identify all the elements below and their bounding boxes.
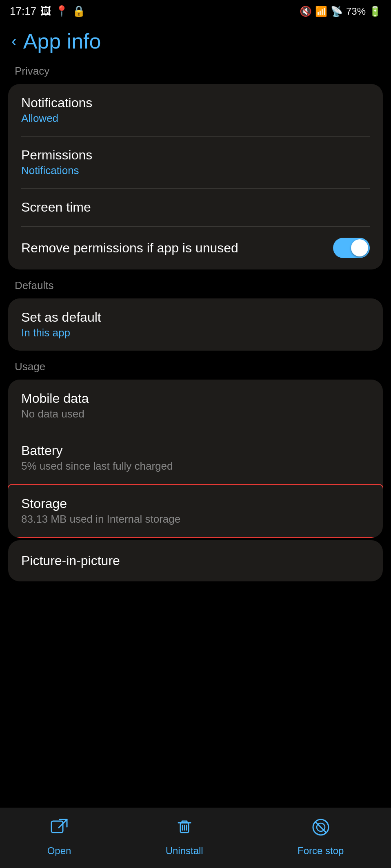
usage-card: Mobile data No data used Battery 5% used…	[8, 380, 383, 538]
notifications-row[interactable]: Notifications Allowed	[8, 84, 383, 136]
permissions-title: Permissions	[21, 148, 370, 163]
battery-row[interactable]: Battery 5% used since last fully charged	[8, 432, 383, 484]
pip-title: Picture-in-picture	[21, 553, 370, 568]
open-action[interactable]: Open	[47, 818, 71, 857]
screen-time-title: Screen time	[21, 200, 370, 215]
set-as-default-subtitle: In this app	[21, 327, 370, 339]
force-stop-action[interactable]: Force stop	[298, 818, 344, 857]
permissions-row[interactable]: Permissions Notifications	[8, 136, 383, 188]
wifi-icon: 📶	[315, 6, 327, 17]
svg-rect-0	[51, 821, 63, 833]
time-display: 17:17	[10, 5, 36, 18]
uninstall-action[interactable]: Uninstall	[166, 818, 203, 857]
page-header: ‹ App info	[0, 21, 391, 57]
mobile-data-title: Mobile data	[21, 391, 370, 406]
usage-section-label: Usage	[0, 353, 391, 377]
back-button[interactable]: ‹	[11, 33, 17, 49]
open-label: Open	[47, 845, 71, 857]
storage-title: Storage	[21, 496, 370, 511]
remove-permissions-toggle[interactable]	[333, 238, 370, 258]
permissions-text: Permissions Notifications	[21, 148, 370, 177]
remove-permissions-title: Remove permissions if app is unused	[21, 241, 333, 256]
defaults-section-label: Defaults	[0, 272, 391, 296]
photo-icon: 🖼	[40, 5, 51, 18]
privacy-section-label: Privacy	[0, 57, 391, 82]
uninstall-label: Uninstall	[166, 845, 203, 857]
notifications-subtitle: Allowed	[21, 112, 370, 125]
defaults-card: Set as default In this app	[8, 298, 383, 351]
notifications-title: Notifications	[21, 95, 370, 110]
storage-subtitle: 83.13 MB used in Internal storage	[21, 513, 370, 526]
battery-level: 73%	[346, 6, 366, 17]
status-right: 🔇 📶 📡 73% 🔋	[300, 6, 381, 17]
location-icon: 📍	[55, 5, 68, 18]
remove-permissions-row[interactable]: Remove permissions if app is unused	[8, 226, 383, 269]
mobile-data-text: Mobile data No data used	[21, 391, 370, 420]
privacy-card: Notifications Allowed Permissions Notifi…	[8, 84, 383, 269]
mobile-data-subtitle: No data used	[21, 408, 370, 420]
mute-icon: 🔇	[300, 6, 312, 17]
lock-icon: 🔒	[72, 5, 85, 18]
set-as-default-title: Set as default	[21, 310, 370, 325]
battery-text-content: Battery 5% used since last fully charged	[21, 443, 370, 473]
remove-permissions-text: Remove permissions if app is unused	[21, 241, 333, 256]
toggle-circle	[351, 239, 368, 256]
stop-icon	[311, 818, 330, 841]
storage-row[interactable]: Storage 83.13 MB used in Internal storag…	[8, 484, 383, 538]
pip-card[interactable]: Picture-in-picture	[8, 540, 383, 581]
set-as-default-row[interactable]: Set as default In this app	[8, 298, 383, 351]
screen-time-row[interactable]: Screen time	[8, 188, 383, 226]
bottom-bar: Open Uninstall Force stop	[0, 808, 391, 868]
notifications-text: Notifications Allowed	[21, 95, 370, 125]
battery-title: Battery	[21, 443, 370, 458]
battery-subtitle: 5% used since last fully charged	[21, 460, 370, 473]
trash-icon	[175, 818, 194, 841]
battery-icon: 🔋	[369, 6, 381, 17]
status-bar: 17:17 🖼 📍 🔒 🔇 📶 📡 73% 🔋	[0, 0, 391, 21]
set-as-default-text: Set as default In this app	[21, 310, 370, 339]
force-stop-label: Force stop	[298, 845, 344, 857]
storage-text: Storage 83.13 MB used in Internal storag…	[21, 496, 370, 526]
permissions-subtitle: Notifications	[21, 164, 370, 177]
mobile-data-row[interactable]: Mobile data No data used	[8, 380, 383, 432]
open-icon	[50, 818, 69, 841]
signal-icon: 📡	[331, 6, 343, 17]
status-left: 17:17 🖼 📍 🔒	[10, 5, 85, 18]
screen-time-text: Screen time	[21, 200, 370, 215]
page-title: App info	[23, 29, 101, 53]
